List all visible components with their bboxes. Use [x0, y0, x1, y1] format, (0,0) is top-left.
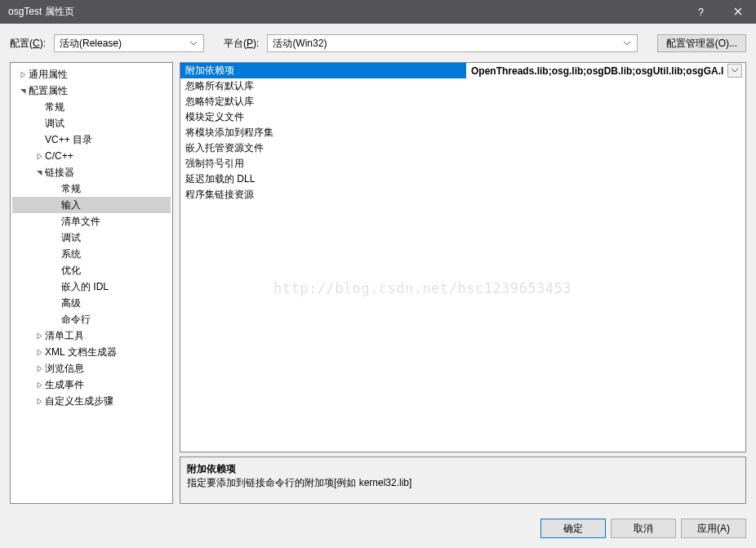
platform-dropdown[interactable]: 活动(Win32) — [267, 34, 637, 52]
property-value-cell[interactable] — [466, 78, 745, 94]
tree-item-label: 常规 — [45, 100, 64, 114]
tree-item[interactable]: 自定义生成步骤 — [12, 393, 171, 409]
tree-item[interactable]: 清单文件 — [12, 213, 171, 229]
expander-closed-icon[interactable] — [33, 349, 45, 356]
tree-item[interactable]: C/C++ — [12, 148, 171, 164]
tree-item[interactable]: 常规 — [12, 180, 171, 197]
tree-item-label: 清单工具 — [45, 329, 84, 343]
property-row[interactable]: 忽略特定默认库 — [180, 94, 745, 109]
tree-item[interactable]: XML 文档生成器 — [12, 344, 171, 360]
tree-item-label: 自定义生成步骤 — [45, 394, 113, 408]
tree-item-label: 输入 — [61, 198, 81, 212]
window-title: osgTest 属性页 — [8, 5, 74, 19]
chevron-down-icon — [732, 69, 738, 73]
property-value-dropdown[interactable] — [727, 64, 742, 78]
question-icon: ? — [698, 7, 704, 18]
config-manager-button[interactable]: 配置管理器(O)... — [657, 34, 746, 52]
property-name: 模块定义文件 — [180, 109, 466, 125]
cancel-button[interactable]: 取消 — [611, 519, 676, 538]
apply-button[interactable]: 应用(A) — [681, 519, 746, 538]
property-name: 忽略所有默认库 — [180, 78, 466, 94]
expander-closed-icon[interactable] — [33, 153, 45, 160]
tree-item[interactable]: 配置属性 — [12, 82, 171, 99]
property-row[interactable]: 将模块添加到程序集 — [180, 125, 745, 140]
tree-item[interactable]: 调试 — [12, 115, 171, 131]
tree-item-label: 清单文件 — [61, 215, 100, 229]
ok-label: 确定 — [563, 522, 583, 536]
tree-item[interactable]: 调试 — [12, 229, 171, 246]
property-name: 程序集链接资源 — [180, 187, 466, 203]
property-value: OpenThreads.lib;osg.lib;osgDB.lib;osgUti… — [471, 65, 724, 77]
config-label: 配置(C): — [10, 37, 46, 51]
chevron-down-icon — [620, 42, 634, 46]
tree-item-label: 高级 — [61, 296, 81, 310]
property-value-cell[interactable] — [466, 94, 745, 109]
tree-item-label: 浏览信息 — [45, 362, 84, 376]
right-pane: http://blog.csdn.net/hsc1239653453 附加依赖项… — [180, 62, 746, 504]
property-value-cell[interactable] — [466, 125, 745, 140]
property-name: 延迟加载的 DLL — [180, 172, 466, 187]
tree-item[interactable]: 命令行 — [12, 311, 171, 327]
expander-closed-icon[interactable] — [33, 365, 45, 372]
property-value-cell[interactable] — [466, 187, 745, 203]
tree-item-label: 调试 — [45, 117, 64, 131]
tree-item[interactable]: 浏览信息 — [12, 360, 171, 376]
tree-item[interactable]: 通用属性 — [12, 66, 171, 82]
expander-closed-icon[interactable] — [33, 332, 45, 340]
close-button[interactable] — [719, 0, 756, 24]
tree-item[interactable]: VC++ 目录 — [12, 131, 171, 148]
toolbar: 配置(C): 活动(Release) 平台(P): 活动(Win32) 配置管理… — [0, 24, 756, 62]
property-value-cell[interactable] — [466, 156, 745, 172]
tree-item[interactable]: 输入 — [12, 197, 171, 213]
property-row[interactable]: 模块定义文件 — [180, 109, 745, 125]
tree-item[interactable]: 生成事件 — [12, 376, 171, 393]
tree-item[interactable]: 链接器 — [12, 164, 171, 180]
tree-view[interactable]: 通用属性配置属性常规调试VC++ 目录C/C++链接器常规输入清单文件调试系统优… — [10, 62, 173, 504]
expander-closed-icon[interactable] — [17, 71, 29, 78]
help-description: 指定要添加到链接命令行的附加项[例如 kernel32.lib] — [187, 476, 739, 490]
expander-open-icon[interactable] — [17, 87, 29, 95]
tree-item-label: 优化 — [61, 264, 81, 278]
tree-item-label: 命令行 — [61, 313, 91, 327]
property-row[interactable]: 附加依赖项OpenThreads.lib;osg.lib;osgDB.lib;o… — [180, 63, 745, 78]
tree-item[interactable]: 常规 — [12, 99, 171, 115]
chevron-down-icon — [187, 42, 200, 46]
tree-item-label: 系统 — [61, 247, 81, 261]
property-grid[interactable]: http://blog.csdn.net/hsc1239653453 附加依赖项… — [180, 62, 746, 452]
expander-closed-icon[interactable] — [33, 398, 45, 405]
tree-item[interactable]: 高级 — [12, 295, 171, 311]
help-button[interactable]: ? — [683, 0, 719, 24]
property-name: 将模块添加到程序集 — [180, 125, 466, 140]
tree-item[interactable]: 系统 — [12, 246, 171, 262]
tree-item-label: 链接器 — [45, 166, 74, 180]
ok-button[interactable]: 确定 — [540, 519, 606, 538]
expander-closed-icon[interactable] — [33, 381, 45, 389]
main-content: 通用属性配置属性常规调试VC++ 目录C/C++链接器常规输入清单文件调试系统优… — [0, 62, 756, 510]
property-row[interactable]: 程序集链接资源 — [180, 187, 745, 203]
platform-label: 平台(P): — [224, 37, 259, 51]
tree-item-label: 嵌入的 IDL — [61, 280, 109, 294]
expander-open-icon[interactable] — [33, 169, 45, 176]
property-name: 强制符号引用 — [180, 156, 466, 172]
tree-item[interactable]: 清单工具 — [12, 327, 171, 344]
tree-item[interactable]: 嵌入的 IDL — [12, 278, 171, 295]
property-row[interactable]: 延迟加载的 DLL — [180, 172, 745, 187]
cancel-label: 取消 — [634, 522, 653, 536]
config-dropdown[interactable]: 活动(Release) — [54, 34, 204, 52]
property-value-cell[interactable] — [466, 109, 745, 125]
config-value: 活动(Release) — [60, 37, 187, 51]
title-bar: osgTest 属性页 ? — [0, 0, 756, 24]
footer: 确定 取消 应用(A) — [0, 510, 756, 548]
apply-label: 应用(A) — [697, 522, 730, 536]
property-value-cell[interactable]: OpenThreads.lib;osg.lib;osgDB.lib;osgUti… — [466, 63, 745, 78]
tree-item-label: 常规 — [61, 182, 81, 196]
property-row[interactable]: 强制符号引用 — [180, 156, 745, 172]
property-row[interactable]: 嵌入托管资源文件 — [180, 140, 745, 156]
watermark-text: http://blog.csdn.net/hsc1239653453 — [273, 280, 571, 296]
property-row[interactable]: 忽略所有默认库 — [180, 78, 745, 94]
tree-item-label: VC++ 目录 — [45, 133, 92, 147]
tree-item[interactable]: 优化 — [12, 262, 171, 278]
tree-item-label: 通用属性 — [29, 68, 68, 82]
property-value-cell[interactable] — [466, 172, 745, 187]
property-value-cell[interactable] — [466, 140, 745, 156]
